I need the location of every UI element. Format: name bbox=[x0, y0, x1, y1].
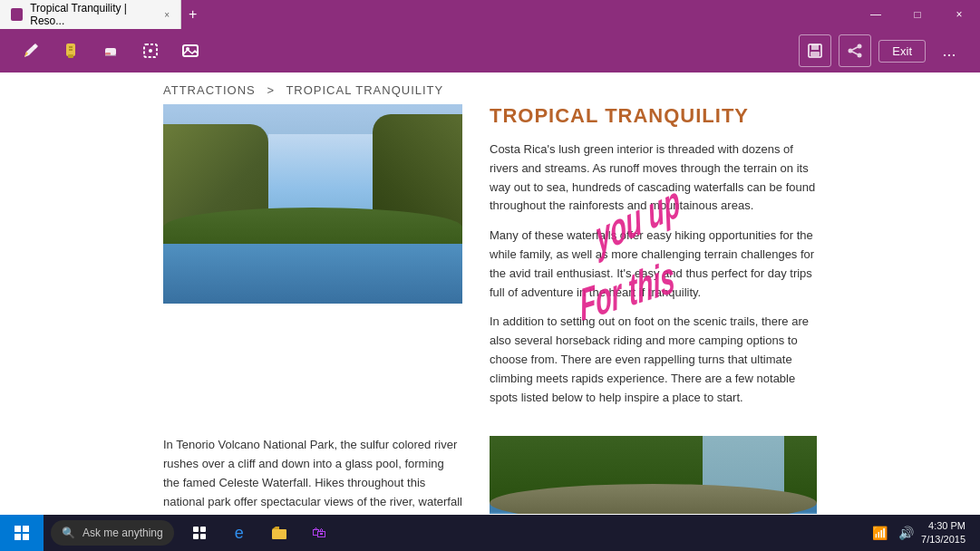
store-icon[interactable]: 🛍 bbox=[301, 515, 337, 551]
svg-rect-34 bbox=[200, 527, 206, 532]
svg-point-11 bbox=[149, 49, 152, 53]
taskbar-time: 4:30 PM bbox=[921, 519, 965, 533]
taskbar-search-bar[interactable]: 🔍 Ask me anything bbox=[51, 520, 174, 546]
eraser-tool-button[interactable] bbox=[94, 34, 127, 67]
breadcrumb-separator: > bbox=[267, 83, 275, 97]
edge-browser-icon[interactable]: e bbox=[221, 515, 257, 551]
insert-tool-button[interactable] bbox=[174, 34, 207, 67]
ribbon-tools-right: Exit ... bbox=[799, 34, 965, 67]
main-description: TROPICAL TRANQUILITY Costa Rica's lush g… bbox=[490, 104, 817, 418]
svg-rect-37 bbox=[272, 529, 286, 539]
svg-point-17 bbox=[858, 44, 862, 49]
breadcrumb: ATTRACTIONS > TROPICAL TRANQUILITY bbox=[0, 72, 980, 104]
close-button[interactable]: × bbox=[938, 0, 980, 29]
network-icon: 📶 bbox=[868, 526, 891, 540]
taskbar: 🔍 Ask me anything e 🛍 📶 🔊 4:30 PM 7/13/2… bbox=[0, 515, 980, 551]
share-button[interactable] bbox=[839, 34, 871, 67]
pen-tool-button[interactable] bbox=[15, 34, 47, 67]
tab-area: Tropical Tranquility | Reso... × + bbox=[0, 0, 204, 29]
minimize-button[interactable]: — bbox=[855, 0, 897, 29]
new-tab-button[interactable]: + bbox=[181, 0, 204, 29]
bottom-content-grid: In Tenorio Volcano National Park, the su… bbox=[163, 436, 817, 514]
kayak-scene bbox=[490, 436, 817, 514]
left-description: In Tenorio Volcano National Park, the su… bbox=[163, 436, 462, 514]
svg-point-18 bbox=[849, 49, 853, 53]
volume-icon: 🔊 bbox=[895, 526, 917, 540]
left-para-1: In Tenorio Volcano National Park, the su… bbox=[163, 436, 462, 514]
svg-rect-15 bbox=[811, 44, 819, 50]
svg-rect-16 bbox=[810, 52, 820, 56]
svg-rect-30 bbox=[23, 526, 29, 532]
svg-rect-33 bbox=[193, 527, 199, 532]
start-button[interactable] bbox=[0, 515, 44, 551]
main-para-2: Many of these waterfalls offer easy hiki… bbox=[490, 227, 817, 302]
more-options-button[interactable]: ... bbox=[933, 34, 965, 67]
browser-tab[interactable]: Tropical Tranquility | Reso... × bbox=[0, 0, 181, 29]
select-tool-button[interactable] bbox=[134, 34, 167, 67]
titlebar: Tropical Tranquility | Reso... × + — □ × bbox=[0, 0, 980, 29]
main-waterfall-image bbox=[163, 104, 462, 304]
page-heading: TROPICAL TRANQUILITY bbox=[490, 104, 817, 128]
main-para-1: Costa Rica's lush green interior is thre… bbox=[490, 140, 817, 216]
svg-rect-29 bbox=[15, 526, 21, 532]
taskbar-clock: 4:30 PM 7/13/2015 bbox=[921, 519, 973, 547]
main-content: TROPICAL TRANQUILITY Costa Rica's lush g… bbox=[0, 104, 980, 514]
breadcrumb-part2[interactable]: TROPICAL TRANQUILITY bbox=[286, 83, 443, 97]
ribbon-tools-left bbox=[15, 34, 207, 67]
ribbon-toolbar: Exit ... bbox=[0, 29, 980, 72]
taskbar-right: 📶 🔊 4:30 PM 7/13/2015 bbox=[868, 519, 980, 547]
taskbar-date: 7/13/2015 bbox=[921, 533, 965, 546]
save-button[interactable] bbox=[799, 34, 831, 67]
waterfall-foliage bbox=[163, 208, 462, 247]
search-placeholder: Ask me anything bbox=[82, 527, 163, 539]
svg-rect-35 bbox=[193, 534, 199, 539]
tab-title: Tropical Tranquility | Reso... bbox=[30, 2, 157, 27]
breadcrumb-part1[interactable]: ATTRACTIONS bbox=[163, 83, 256, 97]
svg-rect-4 bbox=[68, 54, 73, 58]
waterfall-scene bbox=[163, 104, 462, 304]
kayak-scene-image bbox=[490, 436, 817, 514]
svg-rect-32 bbox=[23, 534, 29, 540]
svg-rect-36 bbox=[200, 534, 206, 539]
kayak-image-container: !!! bbox=[490, 436, 817, 514]
svg-line-20 bbox=[853, 47, 859, 50]
top-content-grid: TROPICAL TRANQUILITY Costa Rica's lush g… bbox=[163, 104, 817, 418]
svg-rect-31 bbox=[15, 534, 21, 540]
tab-favicon bbox=[11, 8, 23, 21]
tab-close-icon[interactable]: × bbox=[164, 10, 170, 20]
maximize-button[interactable]: □ bbox=[897, 0, 938, 29]
exit-button[interactable]: Exit bbox=[878, 40, 926, 63]
taskbar-app-icons: e 🛍 bbox=[181, 515, 337, 551]
taskview-button[interactable] bbox=[181, 515, 218, 551]
file-explorer-icon[interactable] bbox=[261, 515, 297, 551]
main-para-3: In addition to setting out on foot on th… bbox=[490, 313, 817, 407]
search-icon: 🔍 bbox=[62, 527, 75, 539]
highlighter-tool-button[interactable] bbox=[54, 34, 87, 67]
waterfall-pool bbox=[163, 244, 462, 304]
svg-point-19 bbox=[858, 53, 862, 58]
svg-line-21 bbox=[853, 52, 859, 54]
window-controls: — □ × bbox=[855, 0, 980, 29]
